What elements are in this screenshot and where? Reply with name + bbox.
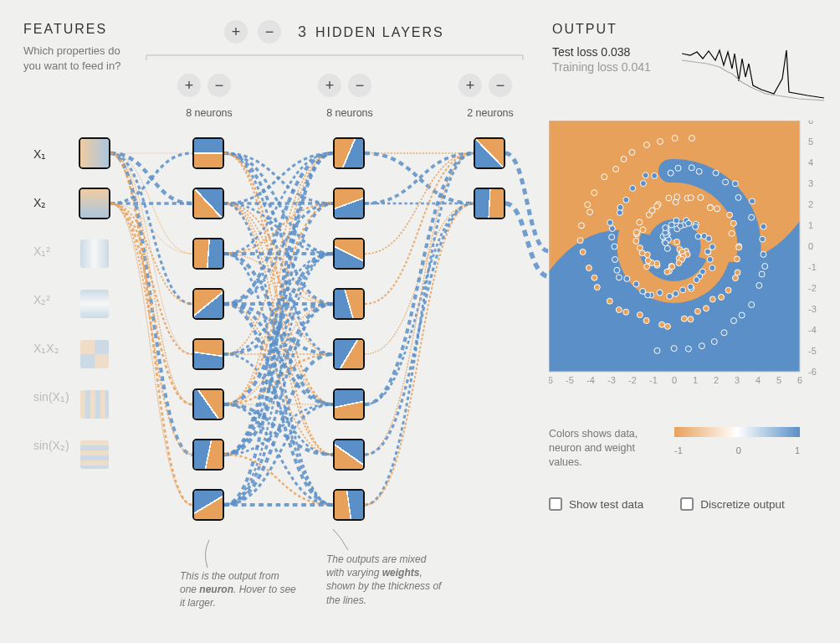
svg-text:4: 4 [755, 375, 761, 385]
layer2-add-neuron-button[interactable]: + [318, 74, 341, 97]
layer2-neuron-5[interactable] [333, 338, 365, 370]
svg-point-135 [643, 172, 648, 178]
output-title: OUTPUT [552, 22, 651, 37]
svg-text:0: 0 [808, 241, 813, 251]
legend-max: 1 [795, 445, 800, 455]
discretize-checkbox[interactable] [680, 497, 694, 511]
callout-neuron: This is the output from one neuron. Hove… [180, 569, 297, 610]
svg-point-158 [699, 343, 704, 349]
layer1-neuron-8[interactable] [192, 489, 224, 521]
svg-point-85 [663, 240, 668, 246]
feature-node-1[interactable] [79, 188, 110, 219]
svg-point-111 [694, 277, 699, 283]
svg-point-54 [703, 306, 709, 311]
layer2-neuron-2[interactable] [333, 188, 365, 219]
svg-point-156 [721, 330, 727, 336]
features-subtitle: Which properties do you want to feed in? [23, 44, 124, 73]
svg-point-76 [621, 157, 627, 162]
svg-point-15 [669, 264, 675, 270]
feature-label-x1x2: X₁X₂ [33, 342, 69, 355]
feature-node-5[interactable] [79, 388, 110, 420]
svg-point-92 [668, 222, 674, 228]
svg-rect-188 [674, 427, 800, 437]
feature-node-3[interactable] [79, 288, 110, 320]
svg-point-20 [644, 264, 650, 270]
layer1-neuron-6[interactable] [192, 388, 224, 420]
feature-node-2[interactable] [79, 238, 110, 270]
svg-point-24 [637, 245, 643, 251]
svg-point-107 [707, 256, 713, 262]
svg-text:1: 1 [808, 220, 813, 230]
svg-point-81 [689, 136, 694, 141]
svg-point-33 [654, 203, 660, 209]
layer1-neuron-7[interactable] [192, 439, 224, 471]
layer2-neuron-8[interactable] [333, 489, 365, 521]
svg-point-129 [607, 219, 613, 225]
svg-text:-1: -1 [649, 375, 658, 385]
svg-point-155 [731, 318, 737, 324]
svg-text:6: 6 [808, 121, 813, 126]
svg-text:4: 4 [808, 157, 813, 167]
svg-point-104 [709, 244, 715, 249]
output-heatmap[interactable]: -6-5-4-3-2-10123456 6543210-1-2-3-4-5-6 [549, 121, 817, 388]
callout-weights: The outputs are mixed with varying weigh… [326, 553, 443, 607]
svg-text:-4: -4 [586, 375, 595, 385]
layer1-add-neuron-button[interactable]: + [177, 74, 201, 97]
svg-point-154 [739, 312, 745, 318]
svg-point-142 [723, 179, 729, 185]
svg-point-21 [645, 258, 651, 264]
layer1-neuron-4[interactable] [192, 288, 224, 320]
feature-node-6[interactable] [79, 439, 110, 471]
svg-text:2: 2 [808, 199, 813, 209]
layer2-neuron-7[interactable] [333, 439, 365, 471]
layer2-neuron-6[interactable] [333, 388, 365, 420]
svg-point-36 [674, 194, 680, 200]
feature-node-0[interactable] [79, 137, 110, 169]
svg-point-62 [623, 309, 629, 315]
svg-text:2: 2 [714, 375, 719, 385]
svg-point-116 [667, 293, 673, 299]
layer3-remove-neuron-button[interactable]: − [489, 74, 512, 97]
svg-point-113 [688, 284, 694, 290]
svg-text:-2: -2 [808, 283, 817, 293]
layer2-neuron-1[interactable] [333, 137, 365, 169]
layer2-neuron-3[interactable] [333, 238, 365, 270]
svg-point-134 [640, 181, 646, 187]
layer1-neuron-3[interactable] [192, 238, 224, 270]
layer2-neuron-count: 8 neurons [315, 107, 385, 119]
layer1-remove-neuron-button[interactable]: − [207, 74, 231, 97]
layer1-neuron-5[interactable] [192, 338, 224, 370]
feature-node-4[interactable] [79, 338, 110, 370]
svg-text:-3: -3 [808, 304, 817, 314]
svg-point-43 [727, 212, 733, 218]
svg-point-124 [614, 267, 620, 273]
svg-point-132 [623, 197, 629, 203]
svg-point-66 [592, 275, 597, 280]
svg-point-42 [715, 206, 720, 212]
layer1-neuron-1[interactable] [192, 137, 224, 169]
svg-point-82 [664, 245, 670, 251]
svg-point-58 [664, 323, 670, 329]
svg-point-91 [663, 225, 668, 231]
svg-point-114 [680, 287, 686, 293]
layer2-remove-neuron-button[interactable]: − [348, 74, 371, 97]
svg-point-138 [675, 165, 681, 171]
layer3-add-neuron-button[interactable]: + [458, 74, 482, 97]
add-layer-button[interactable]: + [224, 20, 248, 44]
layer3-neuron-2[interactable] [474, 188, 505, 219]
svg-point-65 [594, 285, 600, 291]
svg-point-41 [707, 205, 713, 211]
show-test-data-checkbox[interactable] [549, 497, 562, 511]
svg-text:-3: -3 [607, 375, 616, 385]
layer2-neuron-4[interactable] [333, 288, 365, 320]
layer1-neuron-2[interactable] [192, 188, 224, 219]
svg-point-60 [643, 317, 649, 323]
svg-point-143 [732, 181, 738, 187]
svg-point-127 [609, 234, 615, 240]
svg-point-67 [586, 265, 592, 271]
svg-point-146 [749, 214, 755, 220]
color-legend: -1 0 1 [674, 427, 800, 455]
svg-point-75 [613, 166, 619, 172]
remove-layer-button[interactable]: − [258, 20, 281, 44]
layer3-neuron-1[interactable] [474, 137, 505, 169]
